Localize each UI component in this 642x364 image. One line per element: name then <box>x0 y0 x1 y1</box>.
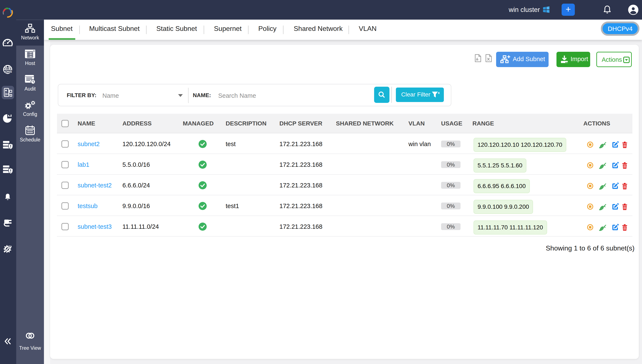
svg-text:DNS: DNS <box>5 70 12 73</box>
svg-text:x: x <box>438 91 440 95</box>
